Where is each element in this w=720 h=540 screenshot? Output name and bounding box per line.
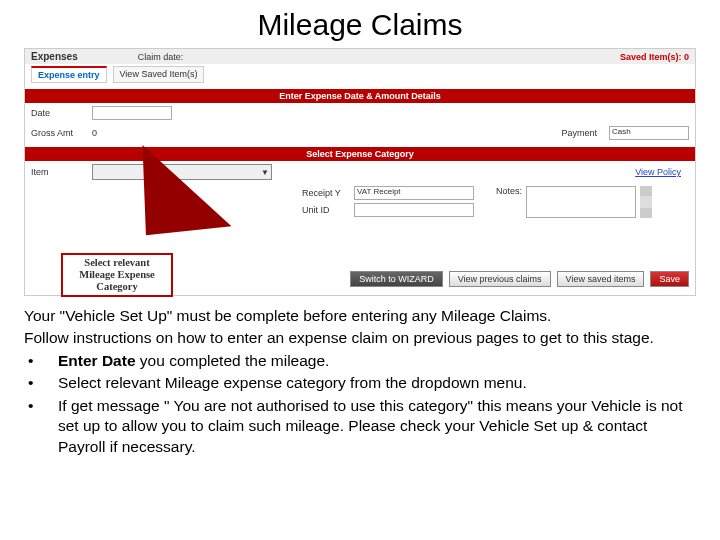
tab-expense-entry[interactable]: Expense entry [31,66,107,83]
payment-select[interactable]: Cash [609,126,689,140]
view-saved-button[interactable]: View saved items [557,271,645,287]
unit-label: Unit ID [302,205,350,215]
instruction-body: Your "Vehicle Set Up" must be complete b… [24,296,696,457]
tab-bar: Expense entry View Saved Item(s) [25,64,695,85]
chevron-down-icon: ▼ [261,168,269,177]
switch-wizard-button[interactable]: Switch to WIZARD [350,271,443,287]
bullet-1: •Enter Date you completed the mileage. [24,351,696,371]
unit-input[interactable] [354,203,474,217]
section-category: Select Expense Category [25,147,695,161]
receipt-label: Receipt Y [302,188,350,198]
notes-label: Notes: [496,186,522,196]
receipt-select[interactable]: VAT Receipt [354,186,474,200]
gross-label: Gross Amt [31,128,86,138]
expense-app: Expenses Claim date: Saved Item(s): 0 Ex… [24,48,696,296]
tab-view-saved[interactable]: View Saved Item(s) [113,66,205,83]
date-label: Date [31,108,86,118]
view-previous-button[interactable]: View previous claims [449,271,551,287]
app-header: Expenses Claim date: Saved Item(s): 0 [25,49,695,64]
page-title: Mileage Claims [24,8,696,42]
instruction-p2: Follow instructions on how to enter an e… [24,328,696,348]
bullet-3: •If get message " You are not authorised… [24,396,696,457]
saved-items-count: Saved Item(s): 0 [620,52,689,62]
section-date-amount: Enter Expense Date & Amount Details [25,89,695,103]
header-expenses: Expenses [31,51,78,62]
callout-pointer [137,137,232,235]
instruction-p1: Your "Vehicle Set Up" must be complete b… [24,306,696,326]
scrollbar[interactable] [640,186,652,218]
notes-textarea[interactable] [526,186,636,218]
date-input[interactable] [92,106,172,120]
item-label: Item [31,167,86,177]
payment-label: Payment [561,128,597,138]
bullet-2: •Select relevant Mileage expense categor… [24,373,696,393]
callout-box: Select relevant Mileage Expense Category [61,253,173,297]
view-policy-link[interactable]: View Policy [635,167,681,177]
header-claimdate-label: Claim date: [138,52,184,62]
save-button[interactable]: Save [650,271,689,287]
gross-value: 0 [92,128,172,138]
